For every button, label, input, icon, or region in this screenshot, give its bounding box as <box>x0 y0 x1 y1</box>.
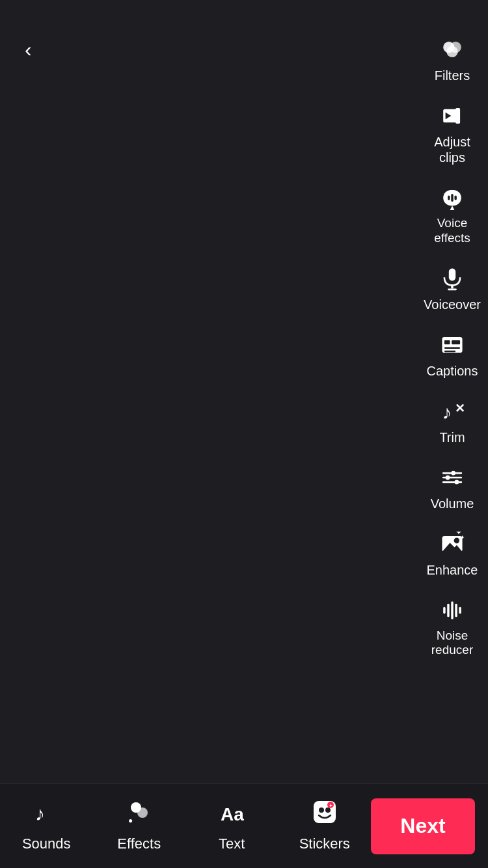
right-toolbar: Filters Adjust clips Voice effects <box>416 26 488 667</box>
noise-reducer-icon <box>438 596 467 625</box>
svg-rect-8 <box>451 194 453 202</box>
bottom-tabs: ♪ Sounds ● Effects Aa Text <box>0 784 371 868</box>
toolbar-item-trim[interactable]: ♪ Trim <box>416 388 488 454</box>
tab-effects-label: Effects <box>117 835 161 852</box>
captions-icon <box>438 331 467 359</box>
toolbar-item-voice-effects[interactable]: Voice effects <box>416 174 488 255</box>
svg-rect-18 <box>452 340 460 344</box>
voiceover-icon <box>438 264 467 293</box>
svg-rect-14 <box>442 337 462 353</box>
next-button[interactable]: Next <box>371 798 475 854</box>
svg-point-27 <box>454 480 459 484</box>
bottom-bar: ♪ Sounds ● Effects Aa Text <box>0 783 488 868</box>
svg-point-41 <box>137 807 148 818</box>
toolbar-item-adjust-clips[interactable]: Adjust clips <box>416 92 488 174</box>
toolbar-item-noise-reducer[interactable]: Noise reducer <box>416 587 488 668</box>
svg-point-26 <box>446 475 450 480</box>
svg-text:♪: ♪ <box>442 401 452 423</box>
trim-label: Trim <box>439 429 465 445</box>
svg-rect-16 <box>444 350 455 352</box>
enhance-label: Enhance <box>427 562 478 578</box>
stickers-icon: ✦ <box>312 800 337 830</box>
filters-icon <box>438 35 467 64</box>
svg-rect-9 <box>454 196 456 200</box>
volume-label: Volume <box>431 496 474 511</box>
svg-rect-34 <box>443 606 445 613</box>
back-button[interactable]: ‹ <box>20 33 37 67</box>
trim-icon: ♪ <box>438 397 467 426</box>
svg-text:Aa: Aa <box>221 804 244 824</box>
noise-reducer-label: Noise reducer <box>431 629 473 658</box>
svg-point-45 <box>319 807 324 813</box>
voice-effects-label: Voice effects <box>434 216 470 246</box>
tab-stickers-label: Stickers <box>299 835 350 852</box>
svg-rect-4 <box>455 108 460 124</box>
svg-text:✦: ✦ <box>329 803 333 809</box>
toolbar-item-enhance[interactable]: ✦ ✦ ✦ Enhance <box>416 521 488 587</box>
svg-text:●: ● <box>128 816 133 824</box>
voiceover-label: Voiceover <box>424 297 481 312</box>
svg-rect-35 <box>447 603 449 617</box>
tab-sounds-label: Sounds <box>22 835 71 852</box>
svg-rect-7 <box>448 196 450 200</box>
svg-rect-12 <box>451 285 453 288</box>
enhance-icon: ✦ ✦ ✦ <box>438 530 467 558</box>
adjust-clips-label: Adjust clips <box>423 134 481 165</box>
main-canvas <box>0 0 488 868</box>
svg-rect-36 <box>451 601 453 619</box>
svg-rect-11 <box>449 268 455 280</box>
svg-rect-37 <box>455 603 457 617</box>
svg-rect-13 <box>448 288 457 290</box>
toolbar-item-volume[interactable]: Volume <box>416 454 488 521</box>
filters-label: Filters <box>435 68 470 83</box>
tab-effects[interactable]: ● Effects <box>93 784 186 868</box>
text-icon: Aa <box>219 800 244 830</box>
effects-icon: ● <box>127 800 152 830</box>
svg-text:✦: ✦ <box>458 539 462 543</box>
tab-sounds[interactable]: ♪ Sounds <box>0 784 93 868</box>
voice-effects-icon <box>438 183 467 212</box>
tab-stickers[interactable]: ✦ Stickers <box>278 784 372 868</box>
captions-label: Captions <box>427 363 478 379</box>
adjust-clips-icon <box>438 102 467 130</box>
svg-rect-17 <box>444 340 450 344</box>
svg-marker-10 <box>450 206 455 210</box>
sounds-icon: ♪ <box>34 800 59 830</box>
svg-point-2 <box>446 46 457 57</box>
toolbar-item-voiceover[interactable]: Voiceover <box>416 255 488 321</box>
svg-rect-38 <box>459 606 461 613</box>
tab-text[interactable]: Aa Text <box>185 784 278 868</box>
toolbar-item-filters[interactable]: Filters <box>416 26 488 92</box>
volume-icon <box>438 463 467 492</box>
tab-text-label: Text <box>219 835 245 852</box>
svg-rect-15 <box>444 347 460 349</box>
svg-point-25 <box>451 470 455 475</box>
svg-text:♪: ♪ <box>35 803 45 824</box>
toolbar-item-captions[interactable]: Captions <box>416 321 488 388</box>
